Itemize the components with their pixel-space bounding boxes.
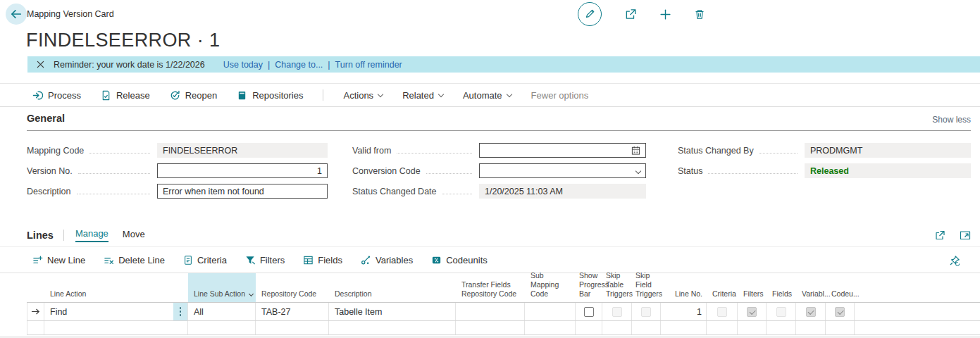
change-to-link[interactable]: Change to...: [275, 60, 323, 70]
reminder-banner: Reminder: your work date is 1/22/2026 Us…: [27, 56, 980, 73]
dotted-leader: [426, 168, 472, 174]
close-icon[interactable]: [37, 61, 44, 68]
filters-button[interactable]: Filters: [245, 255, 285, 265]
column-header-skip-table-triggers[interactable]: Skip Table Triggers: [602, 273, 632, 302]
reopen-icon: [170, 90, 180, 101]
delete-trash-icon[interactable]: [694, 8, 705, 20]
row-filler: [855, 303, 980, 320]
criteria-button[interactable]: Criteria: [183, 255, 227, 265]
cell-transfer-fields-repository-code[interactable]: [456, 303, 525, 320]
page-caption: Mapping Version Card: [27, 9, 114, 19]
cell-line-sub-action[interactable]: All: [188, 303, 256, 320]
mapping-code-value: FINDELSEERROR: [157, 143, 328, 158]
page-title: FINDELSEERROR · 1: [26, 30, 220, 51]
divider: [0, 246, 980, 247]
column-header-line-no[interactable]: Line No.: [661, 273, 707, 302]
divider: [63, 230, 64, 241]
column-header-criteria[interactable]: Criteria: [707, 273, 738, 302]
column-header-skip-field-triggers[interactable]: Skip Field Triggers: [632, 273, 661, 302]
column-header-variables[interactable]: Variabl...: [796, 273, 826, 302]
tab-manage[interactable]: Manage: [75, 228, 108, 242]
column-header-sub-mapping-code[interactable]: Sub Mapping Code: [525, 273, 576, 302]
release-button[interactable]: Release: [101, 90, 150, 101]
new-plus-icon[interactable]: [659, 8, 671, 20]
checkbox[interactable]: [584, 307, 594, 317]
chevron-down-icon[interactable]: [635, 168, 641, 173]
column-header-line-action[interactable]: Line Action: [44, 273, 188, 302]
fields-button[interactable]: Fields: [303, 255, 342, 265]
focus-mode-icon[interactable]: [960, 230, 971, 241]
back-arrow-icon: [10, 8, 23, 20]
back-button[interactable]: [6, 4, 27, 25]
chevron-down-icon: [438, 91, 444, 96]
cell-sub-mapping-code[interactable]: [525, 303, 576, 320]
cell-description[interactable]: Tabelle Item: [329, 303, 456, 320]
column-header-repository-code[interactable]: Repository Code: [256, 273, 329, 302]
column-header-filters[interactable]: Filters: [738, 273, 767, 302]
general-column-3: Status Changed By PRODMGMT Status Releas…: [678, 143, 971, 178]
column-header-description[interactable]: Description: [329, 273, 456, 302]
edit-button[interactable]: [578, 2, 602, 26]
share-icon[interactable]: [934, 230, 945, 241]
new-line-button[interactable]: New Line: [32, 255, 85, 265]
description-input[interactable]: Error when item not found: [157, 184, 328, 199]
status-value: Released: [805, 163, 971, 178]
status-label: Status: [678, 166, 702, 176]
valid-from-field: Valid from: [352, 143, 646, 158]
cell-skip-table-triggers: [602, 303, 632, 320]
chevron-down-icon[interactable]: [249, 292, 254, 296]
dotted-leader: [77, 188, 150, 194]
reminder-links: Use today | Change to... | Turn off remi…: [223, 60, 402, 70]
fewer-options-button[interactable]: Fewer options: [531, 90, 589, 101]
action-bar: Process Release Reopen Repositories Acti…: [0, 83, 980, 107]
pin-icon[interactable]: [949, 255, 960, 266]
calendar-icon[interactable]: [631, 146, 640, 155]
delete-line-button[interactable]: Delete Line: [104, 255, 165, 265]
pencil-icon: [584, 8, 595, 20]
status-field: Status Released: [678, 163, 971, 178]
variables-button[interactable]: Variables: [361, 255, 413, 265]
cell-line-no[interactable]: 1: [661, 303, 707, 320]
process-button[interactable]: Process: [32, 90, 81, 101]
show-less-link[interactable]: Show less: [932, 115, 971, 125]
version-no-field: Version No. 1: [27, 163, 328, 178]
conversion-code-field: Conversion Code: [352, 163, 646, 178]
conversion-code-label: Conversion Code: [352, 166, 421, 176]
general-section-header: General Show less: [27, 113, 971, 131]
row-context-menu-icon[interactable]: [173, 303, 187, 320]
share-icon[interactable]: [624, 8, 637, 20]
column-header-transfer-fields-repository-code[interactable]: Transfer Fields Repository Code: [456, 273, 525, 302]
actions-menu[interactable]: Actions: [343, 90, 383, 101]
dotted-leader: [442, 188, 472, 194]
turn-off-reminder-link[interactable]: Turn off reminder: [335, 60, 402, 70]
status-changed-by-label: Status Changed By: [678, 146, 754, 156]
valid-from-input[interactable]: [479, 143, 646, 158]
codeunits-button[interactable]: Codeunits: [431, 255, 488, 265]
repositories-button[interactable]: Repositories: [237, 90, 303, 101]
automate-menu[interactable]: Automate: [463, 90, 511, 101]
variables-icon: [361, 255, 371, 265]
cell-repository-code[interactable]: TAB-27: [256, 303, 329, 320]
column-header-show-progress-bar[interactable]: Show Progress Bar: [576, 273, 602, 302]
use-today-link[interactable]: Use today: [223, 60, 263, 70]
dotted-leader: [78, 168, 150, 174]
table-row: Find All TAB-27 Tabelle Item 1: [27, 303, 980, 321]
related-menu[interactable]: Related: [402, 90, 443, 101]
column-header-codeunits[interactable]: Codeu...: [826, 273, 855, 302]
conversion-code-select[interactable]: [479, 163, 646, 178]
column-header-line-sub-action[interactable]: Line Sub Action: [188, 273, 256, 302]
new-line-icon: [32, 255, 43, 265]
checkbox: [612, 307, 622, 317]
cell-line-action[interactable]: Find: [44, 303, 188, 320]
reopen-button[interactable]: Reopen: [170, 90, 218, 101]
delete-line-icon: [104, 255, 114, 265]
lines-toolbar: New Line Delete Line Criteria Filters Fi…: [0, 248, 980, 273]
version-no-input[interactable]: 1: [157, 163, 328, 178]
column-header-fields[interactable]: Fields: [767, 273, 796, 302]
tab-move[interactable]: Move: [123, 229, 145, 242]
row-selector-cell[interactable]: [27, 303, 44, 320]
general-section-title[interactable]: General: [27, 113, 65, 124]
filter-funnel-icon: [245, 255, 256, 265]
cell-codeunits: [826, 303, 855, 320]
cell-show-progress-bar[interactable]: [576, 303, 602, 320]
